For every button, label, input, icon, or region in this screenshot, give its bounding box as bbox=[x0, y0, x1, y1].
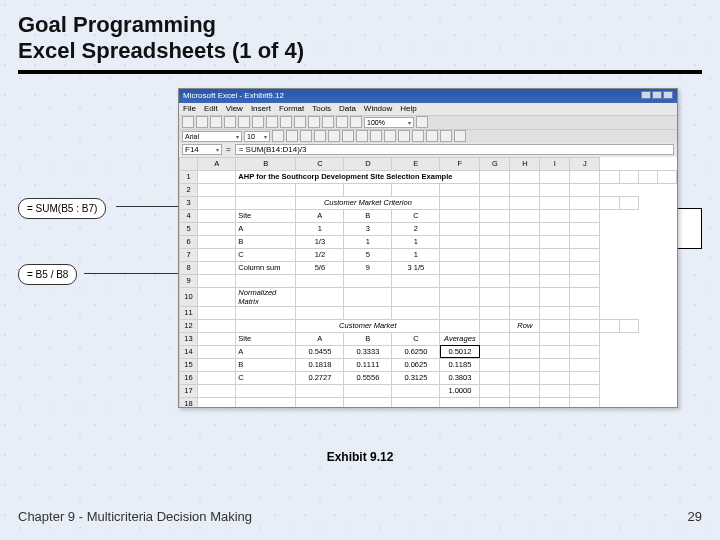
row-header-9[interactable]: 9 bbox=[180, 274, 198, 287]
new-icon[interactable] bbox=[182, 116, 194, 128]
cell-B10[interactable]: Normalized Matrix bbox=[236, 287, 296, 306]
cell-F1[interactable] bbox=[570, 170, 600, 183]
cell-F14[interactable]: 0.5012 bbox=[440, 345, 480, 358]
cell-D10[interactable] bbox=[344, 287, 392, 306]
cell-E10[interactable] bbox=[392, 287, 440, 306]
cell-H12[interactable] bbox=[570, 319, 600, 332]
row-header-4[interactable]: 4 bbox=[180, 209, 198, 222]
cell-E13[interactable]: C bbox=[392, 332, 440, 345]
paste-icon[interactable] bbox=[280, 116, 292, 128]
cell-A17[interactable] bbox=[198, 384, 236, 397]
cell-A3[interactable] bbox=[198, 196, 236, 209]
row-header-3[interactable]: 3 bbox=[180, 196, 198, 209]
open-icon[interactable] bbox=[196, 116, 208, 128]
cell-J15[interactable] bbox=[570, 358, 600, 371]
cell-H1[interactable] bbox=[619, 170, 638, 183]
cell-G1[interactable] bbox=[600, 170, 619, 183]
cell-B18[interactable] bbox=[236, 397, 296, 407]
cell-D15[interactable]: 0.1111 bbox=[344, 358, 392, 371]
cell-E12[interactable] bbox=[480, 319, 510, 332]
save-icon[interactable] bbox=[210, 116, 222, 128]
currency-icon[interactable] bbox=[356, 130, 368, 142]
cell-I9[interactable] bbox=[540, 274, 570, 287]
cell-I18[interactable] bbox=[540, 397, 570, 407]
cell-B3[interactable] bbox=[236, 196, 296, 209]
menu-view[interactable]: View bbox=[226, 104, 243, 113]
cell-F12[interactable]: Row bbox=[510, 319, 540, 332]
cell-J14[interactable] bbox=[570, 345, 600, 358]
align-center-icon[interactable] bbox=[328, 130, 340, 142]
cell-J5[interactable] bbox=[570, 222, 600, 235]
cut-icon[interactable] bbox=[252, 116, 264, 128]
font-size-dropdown[interactable]: 10 bbox=[244, 131, 270, 142]
col-header-G[interactable]: G bbox=[480, 157, 510, 170]
cell-G9[interactable] bbox=[480, 274, 510, 287]
cell-D14[interactable]: 0.3333 bbox=[344, 345, 392, 358]
cell-H8[interactable] bbox=[510, 261, 540, 274]
cell-H16[interactable] bbox=[510, 371, 540, 384]
cell-C4[interactable]: A bbox=[296, 209, 344, 222]
cell-I5[interactable] bbox=[540, 222, 570, 235]
cell-E4[interactable]: C bbox=[392, 209, 440, 222]
excel-toolbar-format[interactable]: Arial 10 bbox=[179, 129, 677, 143]
italic-icon[interactable] bbox=[286, 130, 298, 142]
cell-H18[interactable] bbox=[510, 397, 540, 407]
cell-I17[interactable] bbox=[540, 384, 570, 397]
cell-E17[interactable] bbox=[392, 384, 440, 397]
cell-G18[interactable] bbox=[480, 397, 510, 407]
cell-E18[interactable] bbox=[392, 397, 440, 407]
cell-H3[interactable] bbox=[570, 196, 600, 209]
print-icon[interactable] bbox=[224, 116, 236, 128]
cell-J6[interactable] bbox=[570, 235, 600, 248]
cell-H5[interactable] bbox=[510, 222, 540, 235]
cell-A1[interactable] bbox=[198, 170, 236, 183]
cell-J18[interactable] bbox=[570, 397, 600, 407]
cell-B2[interactable] bbox=[236, 183, 296, 196]
cell-B12[interactable] bbox=[236, 319, 296, 332]
col-header-C[interactable]: C bbox=[296, 157, 344, 170]
cell-C15[interactable]: 0.1818 bbox=[296, 358, 344, 371]
cell-B14[interactable]: A bbox=[236, 345, 296, 358]
cell-B4[interactable]: Site bbox=[236, 209, 296, 222]
cell-H9[interactable] bbox=[510, 274, 540, 287]
cell-E15[interactable]: 0.0625 bbox=[392, 358, 440, 371]
cell-E16[interactable]: 0.3125 bbox=[392, 371, 440, 384]
zoom-dropdown[interactable]: 100% bbox=[364, 117, 414, 128]
row-header-10[interactable]: 10 bbox=[180, 287, 198, 306]
cell-C1[interactable] bbox=[480, 170, 510, 183]
cell-A16[interactable] bbox=[198, 371, 236, 384]
cell-G17[interactable] bbox=[480, 384, 510, 397]
cell-A8[interactable] bbox=[198, 261, 236, 274]
cell-B6[interactable]: B bbox=[236, 235, 296, 248]
row-header-17[interactable]: 17 bbox=[180, 384, 198, 397]
cell-H10[interactable] bbox=[510, 287, 540, 306]
copy-icon[interactable] bbox=[266, 116, 278, 128]
cell-B5[interactable]: A bbox=[236, 222, 296, 235]
cell-F7[interactable] bbox=[440, 248, 480, 261]
cell-E3[interactable] bbox=[480, 196, 510, 209]
cell-B7[interactable]: C bbox=[236, 248, 296, 261]
cell-C12[interactable]: Customer Market bbox=[296, 319, 440, 332]
cell-F4[interactable] bbox=[440, 209, 480, 222]
cell-C7[interactable]: 1/2 bbox=[296, 248, 344, 261]
row-header-2[interactable]: 2 bbox=[180, 183, 198, 196]
col-header-H[interactable]: H bbox=[510, 157, 540, 170]
excel-menubar[interactable]: FileEditViewInsertFormatToolsDataWindowH… bbox=[179, 103, 677, 115]
cell-E7[interactable]: 1 bbox=[392, 248, 440, 261]
cell-B16[interactable]: C bbox=[236, 371, 296, 384]
cell-J1[interactable] bbox=[657, 170, 676, 183]
cell-G16[interactable] bbox=[480, 371, 510, 384]
cell-I13[interactable] bbox=[540, 332, 570, 345]
cell-D11[interactable] bbox=[344, 306, 392, 319]
row-header-14[interactable]: 14 bbox=[180, 345, 198, 358]
cell-I10[interactable] bbox=[540, 287, 570, 306]
row-header-11[interactable]: 11 bbox=[180, 306, 198, 319]
cell-F16[interactable]: 0.3803 bbox=[440, 371, 480, 384]
cell-C3[interactable]: Customer Market Criterion bbox=[296, 196, 440, 209]
cell-B13[interactable]: Site bbox=[236, 332, 296, 345]
cell-J8[interactable] bbox=[570, 261, 600, 274]
col-header-B[interactable]: B bbox=[236, 157, 296, 170]
percent-icon[interactable] bbox=[370, 130, 382, 142]
cell-A11[interactable] bbox=[198, 306, 236, 319]
cell-G5[interactable] bbox=[480, 222, 510, 235]
